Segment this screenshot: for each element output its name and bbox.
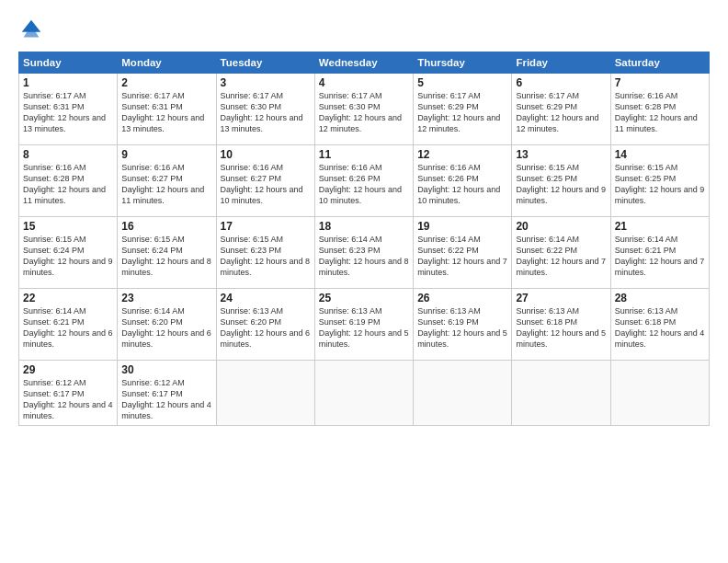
table-cell bbox=[610, 361, 709, 426]
day-number: 25 bbox=[319, 292, 409, 304]
day-number: 11 bbox=[319, 148, 409, 161]
table-cell: 30Sunrise: 6:12 AM Sunset: 6:17 PM Dayli… bbox=[118, 361, 216, 426]
table-cell bbox=[216, 361, 314, 426]
table-cell: 25Sunrise: 6:13 AM Sunset: 6:19 PM Dayli… bbox=[314, 289, 413, 361]
calendar-week-row: 1Sunrise: 6:17 AM Sunset: 6:31 PM Daylig… bbox=[19, 74, 710, 145]
day-number: 10 bbox=[221, 148, 311, 161]
cell-info: Sunrise: 6:17 AM Sunset: 6:30 PM Dayligh… bbox=[221, 90, 311, 135]
cell-info: Sunrise: 6:16 AM Sunset: 6:27 PM Dayligh… bbox=[121, 162, 211, 207]
table-cell: 19Sunrise: 6:14 AM Sunset: 6:22 PM Dayli… bbox=[414, 217, 512, 289]
col-sunday: Sunday bbox=[19, 52, 118, 74]
cell-info: Sunrise: 6:12 AM Sunset: 6:17 PM Dayligh… bbox=[121, 377, 211, 422]
cell-info: Sunrise: 6:13 AM Sunset: 6:19 PM Dayligh… bbox=[319, 305, 409, 350]
col-saturday: Saturday bbox=[610, 52, 709, 74]
day-number: 12 bbox=[417, 148, 507, 161]
cell-info: Sunrise: 6:17 AM Sunset: 6:29 PM Dayligh… bbox=[516, 90, 606, 135]
cell-info: Sunrise: 6:12 AM Sunset: 6:17 PM Dayligh… bbox=[23, 377, 113, 422]
table-cell: 9Sunrise: 6:16 AM Sunset: 6:27 PM Daylig… bbox=[118, 145, 216, 217]
day-number: 21 bbox=[615, 220, 705, 233]
table-cell: 3Sunrise: 6:17 AM Sunset: 6:30 PM Daylig… bbox=[216, 74, 314, 145]
day-number: 2 bbox=[121, 76, 211, 89]
day-number: 1 bbox=[23, 76, 113, 89]
day-number: 28 bbox=[615, 292, 705, 304]
day-number: 4 bbox=[319, 76, 409, 89]
calendar: Sunday Monday Tuesday Wednesday Thursday… bbox=[18, 52, 710, 426]
day-number: 23 bbox=[121, 292, 211, 304]
day-number: 17 bbox=[221, 220, 311, 233]
cell-info: Sunrise: 6:17 AM Sunset: 6:29 PM Dayligh… bbox=[417, 90, 507, 135]
table-cell: 28Sunrise: 6:13 AM Sunset: 6:18 PM Dayli… bbox=[610, 289, 709, 361]
cell-info: Sunrise: 6:16 AM Sunset: 6:26 PM Dayligh… bbox=[417, 162, 507, 207]
day-number: 15 bbox=[23, 220, 113, 233]
day-number: 8 bbox=[23, 148, 113, 161]
cell-info: Sunrise: 6:14 AM Sunset: 6:20 PM Dayligh… bbox=[121, 305, 211, 350]
table-cell: 18Sunrise: 6:14 AM Sunset: 6:23 PM Dayli… bbox=[314, 217, 413, 289]
calendar-week-row: 15Sunrise: 6:15 AM Sunset: 6:24 PM Dayli… bbox=[19, 217, 710, 289]
table-cell: 23Sunrise: 6:14 AM Sunset: 6:20 PM Dayli… bbox=[118, 289, 216, 361]
table-cell bbox=[314, 361, 413, 426]
page: Sunday Monday Tuesday Wednesday Thursday… bbox=[0, 0, 728, 563]
day-number: 27 bbox=[516, 292, 606, 304]
cell-info: Sunrise: 6:15 AM Sunset: 6:25 PM Dayligh… bbox=[615, 162, 705, 207]
table-cell: 14Sunrise: 6:15 AM Sunset: 6:25 PM Dayli… bbox=[610, 145, 709, 217]
logo bbox=[18, 17, 50, 42]
day-number: 9 bbox=[121, 148, 211, 161]
day-number: 29 bbox=[23, 363, 113, 376]
day-number: 22 bbox=[23, 292, 113, 304]
table-cell bbox=[414, 361, 512, 426]
cell-info: Sunrise: 6:13 AM Sunset: 6:20 PM Dayligh… bbox=[221, 305, 311, 350]
cell-info: Sunrise: 6:16 AM Sunset: 6:28 PM Dayligh… bbox=[23, 162, 113, 207]
cell-info: Sunrise: 6:17 AM Sunset: 6:31 PM Dayligh… bbox=[23, 90, 113, 135]
table-cell: 6Sunrise: 6:17 AM Sunset: 6:29 PM Daylig… bbox=[512, 74, 610, 145]
table-cell: 29Sunrise: 6:12 AM Sunset: 6:17 PM Dayli… bbox=[19, 361, 118, 426]
col-friday: Friday bbox=[512, 52, 610, 74]
table-cell: 22Sunrise: 6:14 AM Sunset: 6:21 PM Dayli… bbox=[19, 289, 118, 361]
day-number: 18 bbox=[319, 220, 409, 233]
day-number: 30 bbox=[121, 363, 211, 376]
table-cell: 13Sunrise: 6:15 AM Sunset: 6:25 PM Dayli… bbox=[512, 145, 610, 217]
cell-info: Sunrise: 6:15 AM Sunset: 6:24 PM Dayligh… bbox=[23, 234, 113, 279]
calendar-header-row: Sunday Monday Tuesday Wednesday Thursday… bbox=[19, 52, 710, 74]
day-number: 13 bbox=[516, 148, 606, 161]
table-cell: 17Sunrise: 6:15 AM Sunset: 6:23 PM Dayli… bbox=[216, 217, 314, 289]
cell-info: Sunrise: 6:14 AM Sunset: 6:21 PM Dayligh… bbox=[615, 234, 705, 279]
day-number: 3 bbox=[221, 76, 311, 89]
table-cell: 12Sunrise: 6:16 AM Sunset: 6:26 PM Dayli… bbox=[414, 145, 512, 217]
table-cell: 1Sunrise: 6:17 AM Sunset: 6:31 PM Daylig… bbox=[19, 74, 118, 145]
table-cell: 24Sunrise: 6:13 AM Sunset: 6:20 PM Dayli… bbox=[216, 289, 314, 361]
day-number: 14 bbox=[615, 148, 705, 161]
logo-icon bbox=[18, 17, 44, 42]
cell-info: Sunrise: 6:14 AM Sunset: 6:21 PM Dayligh… bbox=[23, 305, 113, 350]
col-wednesday: Wednesday bbox=[314, 52, 413, 74]
table-cell: 7Sunrise: 6:16 AM Sunset: 6:28 PM Daylig… bbox=[610, 74, 709, 145]
table-cell: 8Sunrise: 6:16 AM Sunset: 6:28 PM Daylig… bbox=[19, 145, 118, 217]
calendar-week-row: 22Sunrise: 6:14 AM Sunset: 6:21 PM Dayli… bbox=[19, 289, 710, 361]
day-number: 24 bbox=[221, 292, 311, 304]
col-thursday: Thursday bbox=[414, 52, 512, 74]
calendar-week-row: 8Sunrise: 6:16 AM Sunset: 6:28 PM Daylig… bbox=[19, 145, 710, 217]
cell-info: Sunrise: 6:13 AM Sunset: 6:18 PM Dayligh… bbox=[516, 305, 606, 350]
cell-info: Sunrise: 6:16 AM Sunset: 6:28 PM Dayligh… bbox=[615, 90, 705, 135]
table-cell: 2Sunrise: 6:17 AM Sunset: 6:31 PM Daylig… bbox=[118, 74, 216, 145]
day-number: 7 bbox=[615, 76, 705, 89]
cell-info: Sunrise: 6:15 AM Sunset: 6:25 PM Dayligh… bbox=[516, 162, 606, 207]
table-cell bbox=[512, 361, 610, 426]
day-number: 16 bbox=[121, 220, 211, 233]
table-cell: 16Sunrise: 6:15 AM Sunset: 6:24 PM Dayli… bbox=[118, 217, 216, 289]
col-monday: Monday bbox=[118, 52, 216, 74]
cell-info: Sunrise: 6:14 AM Sunset: 6:22 PM Dayligh… bbox=[417, 234, 507, 279]
day-number: 20 bbox=[516, 220, 606, 233]
header bbox=[18, 17, 710, 42]
cell-info: Sunrise: 6:17 AM Sunset: 6:30 PM Dayligh… bbox=[319, 90, 409, 135]
table-cell: 21Sunrise: 6:14 AM Sunset: 6:21 PM Dayli… bbox=[610, 217, 709, 289]
cell-info: Sunrise: 6:15 AM Sunset: 6:23 PM Dayligh… bbox=[221, 234, 311, 279]
cell-info: Sunrise: 6:16 AM Sunset: 6:27 PM Dayligh… bbox=[221, 162, 311, 207]
cell-info: Sunrise: 6:15 AM Sunset: 6:24 PM Dayligh… bbox=[121, 234, 211, 279]
table-cell: 4Sunrise: 6:17 AM Sunset: 6:30 PM Daylig… bbox=[314, 74, 413, 145]
cell-info: Sunrise: 6:14 AM Sunset: 6:23 PM Dayligh… bbox=[319, 234, 409, 279]
col-tuesday: Tuesday bbox=[216, 52, 314, 74]
table-cell: 11Sunrise: 6:16 AM Sunset: 6:26 PM Dayli… bbox=[314, 145, 413, 217]
cell-info: Sunrise: 6:14 AM Sunset: 6:22 PM Dayligh… bbox=[516, 234, 606, 279]
day-number: 26 bbox=[417, 292, 507, 304]
table-cell: 5Sunrise: 6:17 AM Sunset: 6:29 PM Daylig… bbox=[414, 74, 512, 145]
